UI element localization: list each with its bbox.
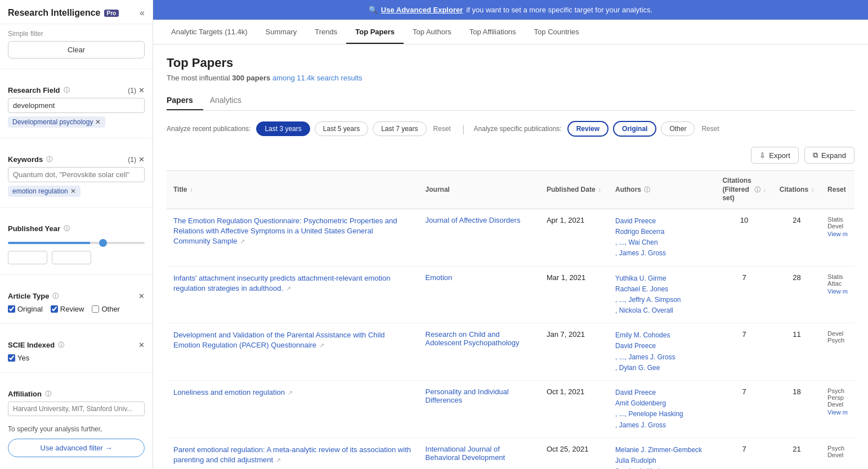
external-link-icon[interactable]: ↗ [274,457,281,463]
author-link[interactable]: Amit Goldenberg [615,398,709,409]
author-link[interactable]: Julia Rudolph [615,456,709,466]
scie-indexed-yes[interactable]: Yes [8,354,29,362]
keywords-tag-remove[interactable]: ✕ [70,187,76,195]
external-link-icon[interactable]: ↗ [286,389,293,396]
author-link[interactable]: Yuthika U. Girme [615,273,709,284]
other-filter-button[interactable]: Other [661,121,695,136]
table-body: The Emotion Regulation Questionnaire: Ps… [167,209,854,469]
author-link[interactable]: , James J. Gross [615,248,709,259]
paper-title-link[interactable]: Parent emotional regulation: A meta-anal… [173,445,411,464]
scie-indexed-info-icon[interactable]: ⓘ [58,341,64,349]
external-link-icon[interactable]: ↗ [317,342,324,349]
external-link-icon[interactable]: ↗ [284,285,291,292]
journal-link[interactable]: Journal of Affective Disorders [426,216,521,224]
citations-filtered-sort-icon[interactable]: ↓ [763,186,766,193]
advanced-filter-button[interactable]: Use advanced filter → [8,439,145,457]
title-sort-icon[interactable]: ↕ [190,187,193,193]
banner-text: if you want to set a more specific targe… [466,6,652,14]
author-link[interactable]: , Nickola C. Overall [615,305,709,316]
view-more-link[interactable]: View m [827,409,848,416]
tab-summary[interactable]: Summary [257,20,306,44]
collapse-sidebar-button[interactable]: « [140,8,145,18]
article-type-original[interactable]: Original [8,305,43,313]
affiliation-input[interactable] [8,402,145,416]
research-field-tag-remove[interactable]: ✕ [95,118,101,126]
search-results-link[interactable]: among 11.4k search results [272,74,363,82]
review-filter-button[interactable]: Review [567,121,609,137]
author-link[interactable]: Rachael E. Jones [615,284,709,295]
keywords-info-icon[interactable]: ⓘ [46,155,52,164]
research-field-info-icon[interactable]: ⓘ [64,86,70,94]
author-link[interactable]: , ..., Penelope Hasking [615,409,709,420]
original-filter-button[interactable]: Original [613,121,656,137]
author-link[interactable]: , Dylan G. Gee [615,363,709,373]
authors-info-icon[interactable]: ⓘ [644,186,650,194]
article-type-other[interactable]: Other [92,305,120,313]
last-7-years-button[interactable]: Last 7 years [373,121,426,136]
date-sort-icon[interactable]: ↕ [598,187,601,193]
tab-top-affiliations[interactable]: Top Affiliations [460,20,525,44]
research-field-clear-icon[interactable]: ✕ [138,86,145,94]
last-3-years-button[interactable]: Last 3 years [256,121,310,136]
scie-indexed-yes-checkbox[interactable] [8,354,15,362]
year-min-input[interactable]: 2000 [8,251,47,264]
year-range-slider[interactable] [8,242,145,244]
author-link[interactable]: , ..., James J. Gross [615,352,709,363]
paper-title-link[interactable]: Development and Validation of the Parent… [173,331,385,349]
tab-top-countries[interactable]: Top Countries [525,20,588,44]
paper-title-link[interactable]: Infants' attachment insecurity predicts … [173,274,390,292]
view-more-link[interactable]: View m [827,231,848,237]
citations-filtered-info-icon[interactable]: ⓘ [754,186,760,193]
export-button[interactable]: ⇩ Export [751,147,799,164]
journal-link[interactable]: International Journal of Behavioral Deve… [426,445,505,462]
journal-link[interactable]: Emotion [426,273,453,282]
journal-link[interactable]: Personality and Individual Differences [426,387,509,404]
article-type-original-checkbox[interactable] [8,305,15,313]
article-type-review-checkbox[interactable] [51,305,58,313]
paper-title-link[interactable]: Loneliness and emotion regulation [173,388,285,396]
scie-indexed-clear-icon[interactable]: ✕ [138,341,145,349]
journal-link[interactable]: Research on Child and Adolescent Psychop… [426,330,520,347]
advanced-explorer-link[interactable]: Use Advanced Explorer [381,6,463,14]
recent-reset-button[interactable]: Reset [431,122,453,136]
sub-tab-papers[interactable]: Papers [167,91,203,110]
year-max-input[interactable]: 2024 [52,251,91,264]
article-type-other-checkbox[interactable] [92,305,99,313]
author-link[interactable]: Jessica L. Kerin [615,466,709,469]
col-header-title[interactable]: Title ↕ [167,171,419,209]
author-link[interactable]: David Preece [615,387,709,398]
sub-tab-analytics[interactable]: Analytics [210,91,252,110]
research-field-input[interactable] [8,98,145,113]
expand-button[interactable]: ⧉ Expand [804,147,854,164]
keywords-input[interactable] [8,167,145,182]
research-field-count: (1) ✕ [128,86,145,94]
col-header-citations-filtered[interactable]: Citations(Filtered set) ⓘ ↓ [715,171,772,209]
keywords-clear-icon[interactable]: ✕ [138,155,145,164]
paper-title-link[interactable]: The Emotion Regulation Questionnaire: Ps… [173,217,397,245]
author-link[interactable]: Rodrigo Becerra [615,227,709,237]
author-link[interactable]: , ..., Wai Chen [615,237,709,248]
author-link[interactable]: Emily M. Cohodes [615,330,709,341]
specific-reset-button[interactable]: Reset [699,122,721,136]
article-type-review[interactable]: Review [51,305,84,313]
clear-button[interactable]: Clear [8,41,145,58]
author-link[interactable]: David Preece [615,341,709,351]
author-link[interactable]: , James J. Gross [615,420,709,431]
affiliation-info-icon[interactable]: ⓘ [45,390,51,398]
author-link[interactable]: David Preece [615,216,709,227]
article-type-info-icon[interactable]: ⓘ [52,292,59,300]
tab-top-papers[interactable]: Top Papers [346,20,404,44]
author-link[interactable]: Melanie J. Zimmer-Gembeck [615,445,709,456]
author-link[interactable]: , ..., Jeffry A. Simpson [615,295,709,305]
tab-analytic-targets[interactable]: Analytic Targets (11.4k) [162,20,257,44]
tab-trends[interactable]: Trends [306,20,346,44]
last-5-years-button[interactable]: Last 5 years [315,121,368,136]
col-header-date[interactable]: Published Date ↕ [540,171,609,209]
article-type-clear-icon[interactable]: ✕ [138,292,145,300]
col-header-citations[interactable]: Citations ↕ [773,171,821,209]
external-link-icon[interactable]: ↗ [238,238,245,245]
citations-sort-icon[interactable]: ↕ [811,187,814,193]
view-more-link[interactable]: View m [827,288,848,295]
published-year-info-icon[interactable]: ⓘ [64,224,70,233]
tab-top-authors[interactable]: Top Authors [404,20,460,44]
